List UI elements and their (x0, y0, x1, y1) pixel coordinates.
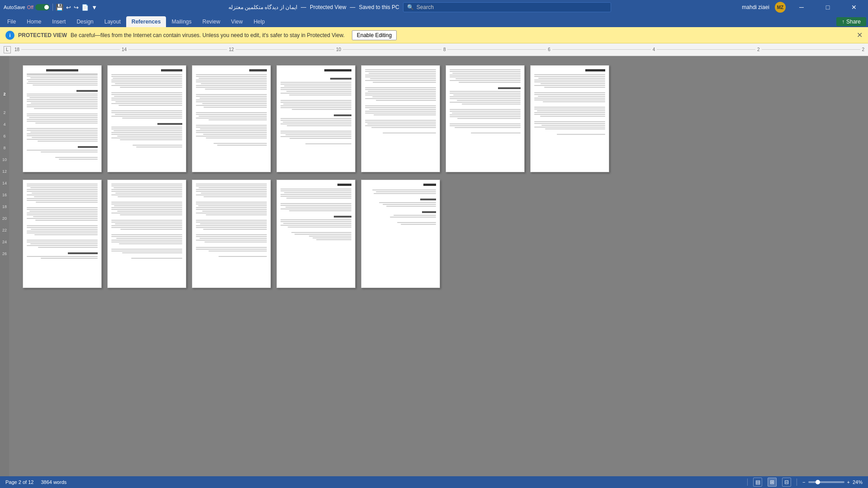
ruler-icon[interactable]: L (4, 46, 11, 53)
tab-design[interactable]: Design (71, 16, 99, 27)
autosave-toggle[interactable]: AutoSave Off (4, 4, 50, 10)
page-thumb-5[interactable] (361, 65, 440, 172)
word-count: 3864 words (41, 479, 66, 485)
ruler-line-5 (447, 49, 546, 50)
protected-view-bar: i PROTECTED VIEW Be careful—files from t… (0, 27, 868, 43)
page-thumb-4[interactable] (276, 65, 356, 172)
ruler-marker-8: 8 (443, 47, 446, 52)
tab-home[interactable]: Home (21, 16, 47, 27)
page-num-6: 6 (0, 134, 9, 138)
tab-insert[interactable]: Insert (47, 16, 71, 27)
page-num-16: 16 (0, 193, 9, 197)
ruler-line-3 (236, 49, 334, 50)
pages-row-1 (23, 65, 854, 172)
tab-file[interactable]: File (2, 16, 21, 27)
autosave-label: AutoSave (4, 5, 25, 10)
zoom-in-btn[interactable]: + (847, 479, 850, 485)
page-num-12: 12 (0, 170, 9, 174)
save-icon[interactable]: 💾 (56, 4, 63, 11)
page-status: Page 2 of 12 (5, 479, 33, 485)
ruler-marker-12: 12 (229, 47, 234, 52)
ruler-marker-14: 14 (122, 47, 127, 52)
ruler-marker-18: 18 (14, 47, 19, 52)
user-name: mahdi ziaei (742, 4, 769, 10)
maximize-button[interactable]: □ (817, 0, 838, 14)
status-bar: Page 2 of 12 3864 words ▤ ⊞ ⊟ − + 24% (0, 476, 868, 488)
zoom-out-btn[interactable]: − (802, 479, 805, 485)
page-thumb-7[interactable] (530, 65, 609, 172)
search-icon: 🔍 (407, 4, 414, 10)
share-button[interactable]: ↑ Share (836, 17, 866, 26)
ruler-marker-2: 2 (757, 47, 760, 52)
page-num-14: 14 (0, 181, 9, 185)
page-thumb-8[interactable] (23, 180, 102, 288)
redo-icon[interactable]: ↪ (74, 4, 79, 11)
pages-row-2 (23, 180, 854, 288)
page-num-10: 10 (0, 158, 9, 162)
search-box[interactable]: 🔍 Search (403, 2, 611, 12)
zoom-level: 24% (853, 479, 863, 485)
main-area: 2 2 4 6 8 10 12 14 16 18 20 22 24 26 (0, 56, 868, 476)
close-button[interactable]: ✕ (844, 0, 864, 14)
enable-editing-button[interactable]: Enable Editing (352, 30, 397, 40)
page-num-26: 26 (0, 252, 9, 256)
tab-references[interactable]: References (126, 16, 166, 27)
page-thumb-9[interactable] (107, 180, 186, 288)
title-bar-right: mahdi ziaei MZ ─ □ ✕ (742, 0, 864, 14)
title-bar: AutoSave Off 💾 ↩ ↪ 📄 ▼ ایمان از دیدگاه م… (0, 0, 868, 14)
protected-message: Be careful—files from the Internet can c… (71, 32, 345, 38)
minimize-button[interactable]: ─ (791, 0, 812, 14)
page-num-8: 8 (0, 146, 9, 150)
divider (52, 4, 53, 11)
multiple-pages-view-btn[interactable]: ⊞ (768, 478, 777, 487)
page-thumb-2[interactable] (107, 65, 186, 172)
autosave-pill[interactable] (35, 4, 50, 10)
page-thumb-1[interactable] (23, 65, 102, 172)
title-bar-left: AutoSave Off 💾 ↩ ↪ 📄 ▼ (4, 4, 97, 11)
title-bar-center: ایمان از دیدگاه متکلمین معتزله — Protect… (228, 2, 611, 12)
new-doc-icon[interactable]: 📄 (81, 4, 89, 11)
ruler-marker-4: 4 (653, 47, 655, 52)
page-thumb-6[interactable] (446, 65, 525, 172)
document-area[interactable] (9, 56, 868, 476)
divider2 (747, 479, 748, 486)
page-thumb-3[interactable] (192, 65, 271, 172)
tab-layout[interactable]: Layout (99, 16, 126, 27)
page-thumb-11[interactable] (276, 180, 356, 288)
tab-view[interactable]: View (226, 16, 248, 27)
status-right: ▤ ⊞ ⊟ − + 24% (736, 478, 863, 487)
print-layout-view-btn[interactable]: ▤ (753, 478, 762, 487)
ruler-marker-10: 10 (336, 47, 341, 52)
ruler-marker-2b: 2 (862, 47, 865, 52)
zoom-slider[interactable] (808, 481, 844, 483)
customize-icon[interactable]: ▼ (91, 4, 97, 11)
divider3 (797, 479, 797, 486)
page-thumb-12[interactable] (361, 180, 440, 288)
zoom-slider-thumb (816, 480, 820, 484)
tab-review[interactable]: Review (197, 16, 226, 27)
doc-title: ایمان از دیدگاه متکلمین معتزله (228, 4, 297, 10)
view-mode: Protected View (310, 4, 346, 10)
page-thumb-10[interactable] (192, 180, 271, 288)
ruler-line-6 (552, 49, 651, 50)
share-icon: ↑ (842, 19, 844, 25)
autosave-state: Off (27, 5, 33, 10)
ribbon-tabs: File Home Insert Design Layout Reference… (0, 14, 868, 27)
avatar: MZ (775, 2, 786, 13)
undo-icon[interactable]: ↩ (66, 4, 71, 11)
page-num-2: 2 (0, 92, 9, 96)
search-placeholder: Search (417, 4, 434, 10)
protected-icon: i (5, 31, 14, 40)
tab-help[interactable]: Help (248, 16, 270, 27)
page-strip: 2 2 4 6 8 10 12 14 16 18 20 22 24 26 (0, 56, 9, 476)
page-num-24: 24 (0, 240, 9, 244)
page-num-18: 18 (0, 205, 9, 209)
page-num-20: 20 (0, 217, 9, 221)
ruler-line-7 (657, 49, 755, 50)
protected-close-icon[interactable]: ✕ (857, 31, 863, 39)
ruler-line (21, 49, 120, 50)
web-layout-view-btn[interactable]: ⊟ (782, 478, 791, 487)
ruler-marker-6: 6 (548, 47, 550, 52)
tab-mailings[interactable]: Mailings (166, 16, 197, 27)
ruler-bar: L 18 14 12 10 8 6 4 2 2 (0, 43, 868, 56)
